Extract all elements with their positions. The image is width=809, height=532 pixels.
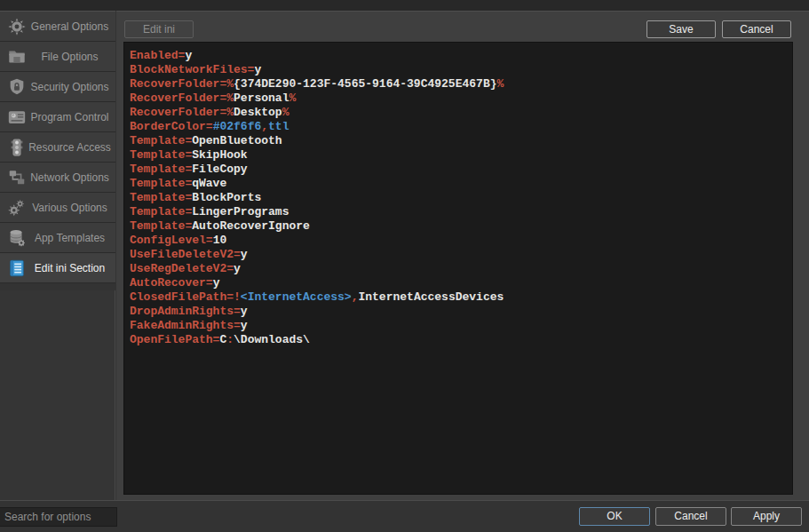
- network-nodes-icon: [6, 167, 28, 188]
- ini-line: Enabled=y: [130, 49, 792, 63]
- apply-button[interactable]: Apply: [731, 507, 802, 526]
- ini-line: RecoverFolder=%{374DE290-123F-4565-9164-…: [130, 77, 792, 91]
- edit-ini-panel: Edit ini Save Cancel Enabled=yBlockNetwo…: [116, 11, 809, 500]
- options-sidebar: General Options File Options Security Op…: [0, 11, 115, 283]
- database-icon: [6, 227, 28, 249]
- notebook-icon: [6, 258, 28, 279]
- sidebar-item-app-templates[interactable]: App Templates: [0, 223, 115, 253]
- folder-icon: [6, 46, 28, 67]
- ini-line: UseRegDeleteV2=y: [130, 262, 792, 276]
- ini-line: ConfigLevel=10: [130, 234, 792, 248]
- traffic-light-icon: [6, 137, 28, 158]
- ini-line: BorderColor=#02f6f6,ttl: [130, 120, 792, 134]
- sidebar-item-label: App Templates: [28, 232, 115, 244]
- edit-ini-button[interactable]: Edit ini: [124, 20, 194, 38]
- sidebar-item-label: File Options: [28, 51, 115, 63]
- search-input[interactable]: [0, 507, 117, 527]
- sidebar-item-file-options[interactable]: File Options: [0, 42, 115, 72]
- ini-editor[interactable]: Enabled=yBlockNetworkFiles=yRecoverFolde…: [123, 42, 793, 495]
- sidebar-item-program-control[interactable]: Program Control: [0, 102, 115, 132]
- bottom-bar: OK Cancel Apply: [0, 500, 809, 532]
- window-top-edge: [0, 0, 809, 11]
- ini-line: RecoverFolder=%Desktop%: [130, 106, 792, 120]
- gears-icon: [6, 197, 28, 218]
- sidebar-item-label: Edit ini Section: [28, 262, 115, 274]
- sidebar-item-label: Resource Access: [28, 141, 115, 154]
- sidebar-item-label: General Options: [28, 20, 115, 33]
- ini-line: Template=qWave: [130, 177, 792, 191]
- ini-line: Template=BlockPorts: [130, 191, 792, 205]
- program-window-icon: [6, 107, 28, 128]
- ini-line: FakeAdminRights=y: [130, 319, 792, 333]
- sidebar-item-label: Various Options: [28, 202, 115, 214]
- ini-line: AutoRecover=y: [130, 276, 792, 290]
- sidebar-item-resource-access[interactable]: Resource Access: [0, 132, 115, 163]
- ini-line: OpenFilePath=C:\Downloads\: [130, 333, 792, 347]
- ini-line: UseFileDeleteV2=y: [130, 248, 792, 262]
- ini-line: ClosedFilePath=!<InternetAccess>,Interne…: [130, 290, 792, 305]
- ini-line: Template=LingerPrograms: [130, 205, 792, 219]
- sidebar-item-various-options[interactable]: Various Options: [0, 193, 115, 223]
- cancel-button-top[interactable]: Cancel: [722, 20, 791, 38]
- ok-button[interactable]: OK: [579, 507, 650, 526]
- ini-line: BlockNetworkFiles=y: [130, 63, 792, 77]
- ini-line: RecoverFolder=%Personal%: [130, 91, 792, 106]
- sidebar-empty-area: [0, 290, 115, 500]
- sidebar-item-label: Network Options: [28, 171, 115, 184]
- shield-lock-icon: [6, 76, 28, 98]
- sidebar-item-label: Security Options: [28, 81, 115, 93]
- sidebar-item-security-options[interactable]: Security Options: [0, 72, 115, 102]
- ini-line: Template=OpenBluetooth: [130, 134, 792, 148]
- ini-line: DropAdminRights=y: [130, 305, 792, 319]
- gear-icon: [6, 16, 28, 37]
- sidebar-item-edit-ini-section[interactable]: Edit ini Section: [0, 253, 115, 283]
- cancel-button-bottom[interactable]: Cancel: [655, 507, 726, 526]
- sidebar-item-general-options[interactable]: General Options: [0, 12, 115, 42]
- ini-line: Template=AutoRecoverIgnore: [130, 219, 792, 234]
- sidebar-item-label: Program Control: [28, 111, 115, 123]
- ini-line: Template=SkipHook: [130, 148, 792, 163]
- save-button[interactable]: Save: [646, 20, 716, 38]
- ini-line: Template=FileCopy: [130, 163, 792, 177]
- sidebar-item-network-options[interactable]: Network Options: [0, 163, 115, 193]
